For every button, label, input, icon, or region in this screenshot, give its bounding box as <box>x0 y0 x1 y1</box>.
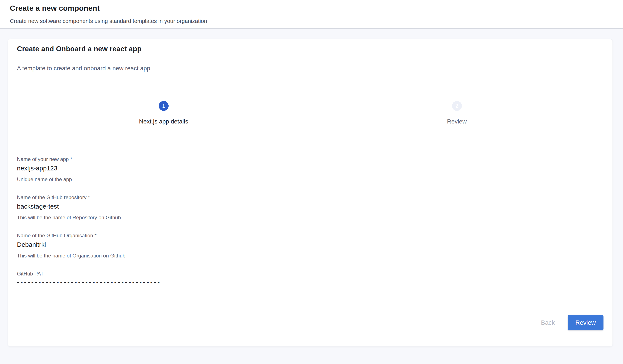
card-title: Create and Onboard a new react app <box>17 45 603 53</box>
github-organisation-helper: This will be the name of Organisation on… <box>17 253 603 259</box>
github-repository-label: Name of the GitHub repository * <box>17 194 603 201</box>
github-pat-label: GitHub PAT <box>17 271 603 277</box>
card-subtitle: A template to create and onboard a new r… <box>17 65 603 72</box>
step-1-circle: 1 <box>159 101 169 111</box>
github-repository-helper: This will be the name of Repository on G… <box>17 214 603 221</box>
field-github-pat: GitHub PAT <box>17 271 603 288</box>
step-2-circle: 2 <box>452 101 462 111</box>
form-actions: Back Review <box>17 315 603 330</box>
stepper-connector-line <box>174 106 447 106</box>
page-title: Create a new component <box>10 4 613 12</box>
review-button[interactable]: Review <box>568 315 603 330</box>
github-organisation-input[interactable] <box>17 241 603 250</box>
github-pat-input[interactable] <box>17 279 603 288</box>
field-github-organisation: Name of the GitHub Organisation * This w… <box>17 232 603 259</box>
app-name-helper: Unique name of the app <box>17 176 603 183</box>
step-review: 2 Review <box>310 101 603 125</box>
step-2-label: Review <box>447 118 467 125</box>
page-header: Create a new component Create new softwa… <box>0 0 623 29</box>
page-subtitle: Create new software components using sta… <box>10 18 613 24</box>
template-card: Create and Onboard a new react app A tem… <box>8 39 613 347</box>
github-organisation-label: Name of the GitHub Organisation * <box>17 232 603 239</box>
step-1-label: Next.js app details <box>139 118 188 125</box>
app-name-label: Name of your new app * <box>17 156 603 163</box>
app-details-form: Name of your new app * Unique name of th… <box>17 156 603 288</box>
stepper: 1 Next.js app details 2 Review <box>17 101 603 125</box>
github-repository-input[interactable] <box>17 203 603 212</box>
app-name-input[interactable] <box>17 165 603 174</box>
step-2-number: 2 <box>455 103 458 109</box>
back-button[interactable]: Back <box>538 317 557 328</box>
step-1-number: 1 <box>162 103 165 109</box>
step-nextjs-app-details: 1 Next.js app details <box>17 101 310 125</box>
field-github-repository: Name of the GitHub repository * This wil… <box>17 194 603 221</box>
field-app-name: Name of your new app * Unique name of th… <box>17 156 603 183</box>
